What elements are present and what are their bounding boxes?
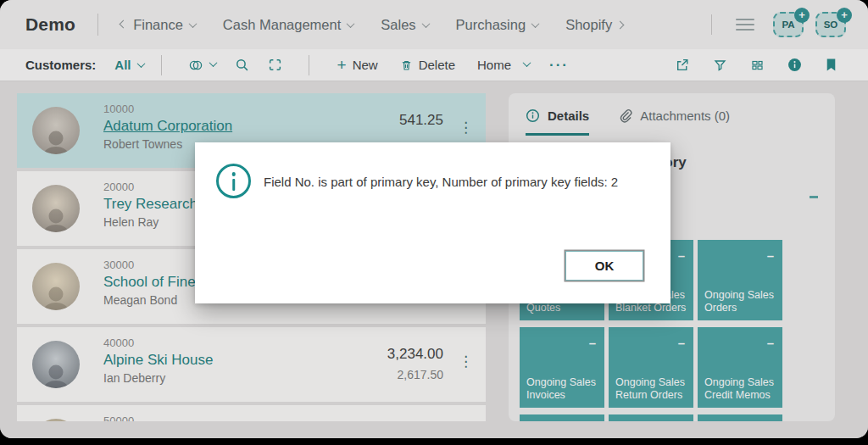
dialog-message: Field No. is part of primary key, Number… (264, 175, 655, 191)
app-window: Demo Finance Cash Management Sales Purch… (0, 0, 868, 438)
message-dialog: Field No. is part of primary key, Number… (195, 142, 670, 303)
info-circle-icon (216, 164, 251, 198)
ok-button[interactable]: OK (565, 251, 643, 281)
